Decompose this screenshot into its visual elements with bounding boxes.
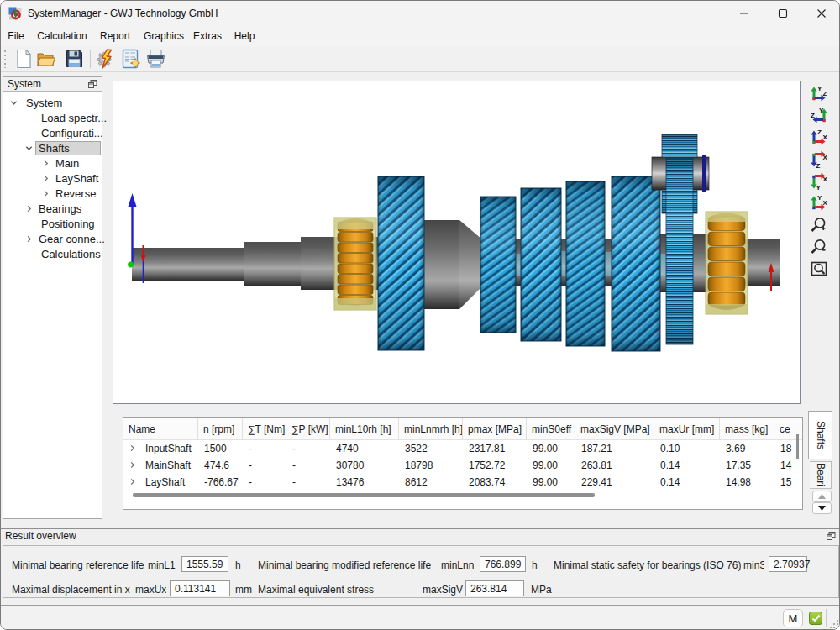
table-cell: 0.14 <box>654 457 720 474</box>
menu-file[interactable]: File <box>8 26 24 46</box>
field-unit: h <box>532 559 538 571</box>
tree-item-gear-connections[interactable]: Gear conne... <box>3 231 102 246</box>
minlnn-field[interactable]: 766.899 <box>480 556 526 572</box>
table-cell: 4740 <box>330 440 399 457</box>
zoom-out-button[interactable] <box>809 237 829 257</box>
column-header-minlnmrh[interactable]: minLnmrh [h] <box>399 418 463 440</box>
toolbar-drag-handle[interactable] <box>4 50 7 68</box>
new-document-button[interactable] <box>12 47 35 71</box>
expander-expanded-icon[interactable] <box>24 144 33 152</box>
tab-scroll-up-button[interactable] <box>812 491 832 502</box>
tab-shafts[interactable]: Shafts <box>808 411 832 459</box>
tree-item-system[interactable]: System <box>3 95 102 110</box>
column-header-pmax[interactable]: pmax [MPa] <box>463 418 527 440</box>
field-label: Minimal static safety for bearings (ISO … <box>554 559 741 571</box>
menu-calculation[interactable]: Calculation <box>37 26 87 46</box>
float-panel-icon[interactable] <box>827 532 836 540</box>
table-cell: - <box>243 474 286 491</box>
view-yx-bottom-button[interactable]: Y X <box>809 171 829 192</box>
tree-item-layshaft[interactable]: LayShaft <box>3 171 102 186</box>
horizontal-scrollbar[interactable] <box>133 493 595 497</box>
column-header-torque[interactable]: ∑T [Nm] <box>243 418 286 440</box>
tree-item-bearings[interactable]: Bearings <box>3 201 102 216</box>
calculation-ok-button[interactable] <box>809 612 822 625</box>
zoom-fit-icon <box>810 260 828 278</box>
tree-item-load-spectrum[interactable]: Load spectr... <box>3 110 102 125</box>
table-cell: 1752.72 <box>463 457 527 474</box>
menu-help[interactable]: Help <box>234 26 255 46</box>
minl1-field[interactable]: 1555.59 <box>181 556 228 572</box>
table-row-mainshaft[interactable]: MainShaft 474.6 - - 30780 18798 1752.72 … <box>123 457 802 474</box>
expander-collapsed-icon[interactable] <box>41 189 50 197</box>
tree-item-calculations[interactable]: Calculations <box>3 246 102 261</box>
tree-item-configuration[interactable]: Configurati... <box>3 125 102 140</box>
view-yx-icon: Y X <box>810 194 828 213</box>
maximize-button[interactable] <box>764 1 802 26</box>
column-header-minl10rh[interactable]: minL10rh [h] <box>330 418 399 440</box>
table-cell-name: LayShaft <box>123 474 198 491</box>
table-cell: 1500 <box>198 440 243 457</box>
tree-item-main[interactable]: Main <box>3 155 102 171</box>
field-symbol: minL1 <box>148 559 176 571</box>
menu-graphics[interactable]: Graphics <box>144 26 184 46</box>
table-row-layshaft[interactable]: LayShaft -766.67 - - 13476 8612 2083.74 … <box>123 474 802 491</box>
column-header-maxsigv[interactable]: maxSigV [MPa] <box>575 418 654 440</box>
column-header-n[interactable]: n [rpm] <box>198 418 243 440</box>
resize-grip[interactable] <box>829 619 839 629</box>
maxsigv-field[interactable]: 263.814 <box>465 580 524 596</box>
expander-collapsed-icon[interactable] <box>41 159 50 167</box>
table-header-row: Name n [rpm] ∑T [Nm] ∑P [kW] minL10rh [h… <box>123 418 802 440</box>
tab-scroll-down-button[interactable] <box>812 502 832 514</box>
column-header-maxur[interactable]: maxUr [mm] <box>654 418 720 440</box>
gear-reverse <box>666 158 693 344</box>
vertical-scrollbar[interactable] <box>796 434 799 459</box>
maxux-field[interactable]: 0.113141 <box>170 580 230 596</box>
float-panel-icon[interactable] <box>88 80 97 88</box>
view-yx-button[interactable]: Y X <box>809 193 829 213</box>
table-row-inputshaft[interactable]: InputShaft 1500 - - 4740 3522 2317.81 99… <box>123 440 802 457</box>
expander-collapsed-icon[interactable] <box>24 234 33 243</box>
save-button[interactable] <box>62 47 86 71</box>
table-cell: 2083.74 <box>463 474 527 491</box>
table-cell: 263.81 <box>575 457 654 474</box>
menu-report[interactable]: Report <box>100 26 130 46</box>
field-label: Minimal bearing reference life <box>12 559 144 571</box>
menu-bar: File Calculation Report Graphics Extras … <box>1 26 840 46</box>
view-yz-button[interactable]: Y Z <box>809 84 829 104</box>
column-header-name[interactable]: Name <box>123 418 198 440</box>
table-cell: 99.00 <box>527 474 575 491</box>
print-button[interactable] <box>144 47 167 71</box>
close-button[interactable] <box>802 1 840 26</box>
table-cell: 18798 <box>399 457 463 474</box>
create-report-button[interactable] <box>119 47 143 71</box>
column-header-mass[interactable]: mass [kg] <box>720 418 774 440</box>
result-overview-header[interactable]: Result overview <box>1 528 840 543</box>
expander-collapsed-icon[interactable] <box>41 174 50 182</box>
view-zy-button[interactable]: Z Y <box>809 106 829 126</box>
zoom-fit-button[interactable] <box>809 259 829 279</box>
tab-bearings[interactable]: Beari <box>810 461 832 489</box>
zoom-in-button[interactable] <box>809 215 829 235</box>
expander-expanded-icon[interactable] <box>9 98 18 107</box>
tree-item-positioning[interactable]: Positioning <box>3 216 102 231</box>
zoom-in-icon <box>810 216 828 234</box>
column-header-power[interactable]: ∑P [kW] <box>286 418 330 440</box>
open-file-button[interactable] <box>34 47 58 71</box>
calculate-button[interactable] <box>93 47 117 71</box>
mins0-field[interactable]: 2.70937 <box>769 556 807 572</box>
axis-letter: X <box>823 154 828 161</box>
menu-extras[interactable]: Extras <box>193 26 222 46</box>
tree-item-reverse[interactable]: Reverse <box>3 186 102 201</box>
result-overview-title: Result overview <box>5 530 76 542</box>
column-header-mins0eff[interactable]: minS0eff <box>527 418 575 440</box>
table-cell: 99.00 <box>527 457 575 474</box>
viewport-3d[interactable] <box>113 81 801 404</box>
view-xz-button[interactable]: Z X <box>809 150 829 170</box>
gear-2 <box>480 197 516 333</box>
tree-item-shafts[interactable]: Shafts <box>3 140 102 155</box>
view-zx-button[interactable]: Z X <box>809 128 829 148</box>
mode-button[interactable]: M <box>783 609 803 627</box>
table-cell: 0.14 <box>654 474 720 491</box>
expander-collapsed-icon[interactable] <box>24 204 33 213</box>
minimize-button[interactable] <box>725 1 764 26</box>
